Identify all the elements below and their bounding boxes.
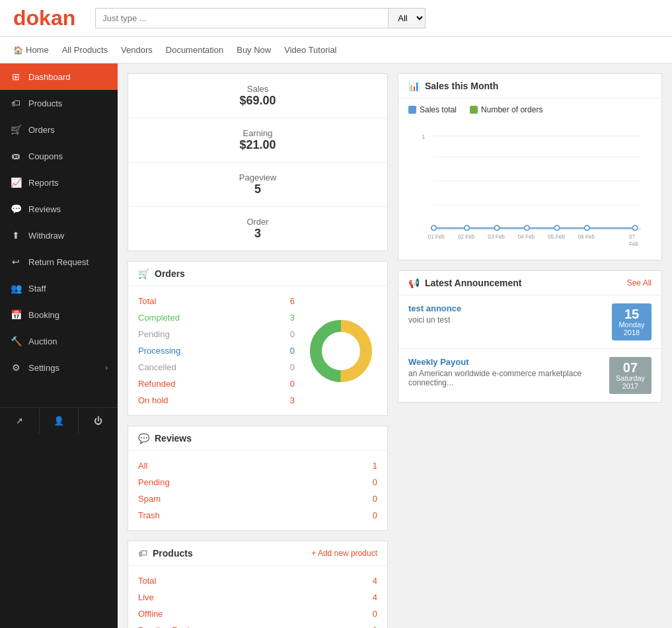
- search-filter-select[interactable]: All: [388, 8, 426, 28]
- nav-documentation[interactable]: Documentation: [166, 45, 223, 55]
- chart-svg: 1: [408, 121, 652, 253]
- product-row-live: Live 4: [138, 589, 377, 606]
- order-count-completed: 3: [290, 313, 295, 323]
- sidebar-item-return-request[interactable]: ↩ Return Request: [0, 249, 118, 275]
- review-row-pending: Pending 0: [138, 474, 377, 491]
- orders-panel-body: Total 6 Completed 3 Pending 0: [128, 286, 387, 415]
- sidebar-item-orders[interactable]: 🛒 Orders: [0, 116, 118, 143]
- review-row-all: All 1: [138, 457, 377, 474]
- topbar: dokan All: [0, 0, 672, 37]
- nav-video-tutorial[interactable]: Video Tutorial: [284, 45, 336, 55]
- content-right: 📊 Sales this Month Sales total Number of…: [398, 73, 662, 628]
- coupons-icon: 🎟: [10, 151, 22, 161]
- nav-buy-now[interactable]: Buy Now: [237, 45, 271, 55]
- sidebar-item-auction[interactable]: 🔨 Auction: [0, 328, 118, 354]
- sidebar-item-dashboard[interactable]: ⊞ Dashboard: [0, 63, 118, 90]
- order-label-processing: Processing: [138, 346, 180, 356]
- sidebar-item-reviews[interactable]: 💬 Reviews: [0, 196, 118, 222]
- products-panel-body: Total 4 Live 4 Offline 0 Pending Review …: [128, 566, 387, 628]
- add-product-link[interactable]: + Add new product: [311, 549, 377, 558]
- orders-panel-icon: 🛒: [138, 268, 149, 279]
- review-row-trash: Trash 0: [138, 507, 377, 524]
- announce-megaphone-icon: 📢: [408, 278, 420, 288]
- legend-label-sales: Sales total: [420, 105, 457, 114]
- product-count-live: 4: [373, 592, 377, 602]
- sidebar-external-link-btn[interactable]: ↗: [0, 408, 40, 434]
- sidebar-label-withdraw: Withdraw: [28, 231, 108, 241]
- product-label-live: Live: [138, 592, 154, 602]
- order-row-completed: Completed 3: [138, 309, 295, 326]
- sidebar-item-products[interactable]: 🏷 Products: [0, 90, 118, 116]
- review-label-spam: Spam: [138, 494, 161, 504]
- svg-point-12: [494, 225, 499, 230]
- order-row-refunded: Refunded 0: [138, 375, 295, 392]
- orders-icon: 🛒: [10, 124, 22, 135]
- announce-title-0[interactable]: test annonce: [408, 303, 605, 313]
- legend-dot-blue: [408, 106, 416, 114]
- donut-chart: [305, 315, 377, 387]
- svg-point-2: [323, 333, 359, 369]
- booking-icon: 📅: [10, 309, 22, 320]
- product-row-pending-review: Pending Review 0: [138, 622, 377, 628]
- order-row-cancelled: Cancelled 0: [138, 359, 295, 375]
- sidebar-item-booking[interactable]: 📅 Booking: [0, 301, 118, 328]
- nav-all-products[interactable]: All Products: [62, 45, 108, 55]
- nav-vendors[interactable]: Vendors: [121, 45, 153, 55]
- announcement-item-1: Weekly Payout an American worldwide e-co…: [398, 349, 661, 402]
- review-count-spam: 0: [373, 494, 377, 504]
- nav-home[interactable]: 🏠 Home: [13, 45, 49, 55]
- announce-text-0: test annonce voici un test: [408, 303, 605, 325]
- reviews-panel: 💬 Reviews All 1 Pending 0 Spam 0: [128, 426, 388, 531]
- product-label-pending-review: Pending Review: [138, 625, 200, 628]
- settings-icon: ⚙: [10, 362, 22, 373]
- order-label-total: Total: [138, 296, 156, 306]
- stats-card: Sales $69.00 Earning $21.00 Pageview 5 O…: [128, 73, 388, 251]
- see-all-link[interactable]: See All: [627, 278, 652, 288]
- dashboard-icon: ⊞: [10, 71, 22, 82]
- auction-icon: 🔨: [10, 336, 22, 346]
- pageview-value: 5: [141, 182, 374, 196]
- sidebar-power-btn[interactable]: ⏻: [79, 408, 118, 434]
- chart-panel-header: 📊 Sales this Month: [398, 74, 661, 98]
- product-count-total: 4: [373, 576, 377, 586]
- legend-num-orders: Number of orders: [470, 105, 542, 114]
- stat-row-earning: Earning $21.00: [128, 118, 387, 163]
- sidebar-item-staff[interactable]: 👥 Staff: [0, 275, 118, 301]
- product-label-offline: Offline: [138, 609, 163, 619]
- sidebar-item-reports[interactable]: 📈 Reports: [0, 169, 118, 196]
- sidebar-item-settings[interactable]: ⚙ Settings ›: [0, 354, 118, 381]
- announce-year-1: 2017: [616, 382, 645, 390]
- orders-panel: 🛒 Orders Total 6 Completed 3: [128, 261, 388, 416]
- svg-point-11: [465, 225, 469, 230]
- stat-row-sales: Sales $69.00: [128, 74, 387, 118]
- order-label-completed: Completed: [138, 313, 180, 323]
- logo: dokan: [13, 6, 75, 30]
- svg-text:07: 07: [629, 234, 636, 240]
- svg-point-10: [431, 225, 436, 230]
- sidebar-item-withdraw[interactable]: ⬆ Withdraw: [0, 222, 118, 249]
- announce-title-1[interactable]: Weekly Payout: [408, 357, 603, 367]
- order-value: 3: [141, 227, 374, 241]
- sales-label: Sales: [141, 84, 374, 94]
- sidebar-label-auction: Auction: [28, 336, 108, 346]
- sidebar-label-staff: Staff: [28, 284, 108, 294]
- chart-legend: Sales total Number of orders: [408, 105, 652, 114]
- sidebar-label-coupons: Coupons: [28, 151, 108, 161]
- sidebar-user-btn[interactable]: 👤: [40, 408, 79, 434]
- legend-dot-green: [470, 106, 478, 114]
- svg-text:06 Feb: 06 Feb: [578, 234, 595, 240]
- chart-body: Sales total Number of orders 1: [398, 98, 661, 260]
- svg-point-16: [632, 225, 637, 230]
- chart-title: Sales this Month: [425, 81, 498, 91]
- product-row-offline: Offline 0: [138, 606, 377, 622]
- search-input[interactable]: [95, 8, 388, 28]
- sales-chart-panel: 📊 Sales this Month Sales total Number of…: [398, 73, 662, 260]
- order-count-refunded: 0: [290, 379, 295, 389]
- review-count-all: 1: [373, 461, 377, 471]
- content-area: Sales $69.00 Earning $21.00 Pageview 5 O…: [118, 63, 672, 628]
- announce-dow-1: Saturday: [616, 374, 645, 382]
- sidebar-label-settings: Settings: [28, 363, 99, 373]
- sidebar-item-coupons[interactable]: 🎟 Coupons: [0, 143, 118, 169]
- reviews-icon: 💬: [10, 204, 22, 214]
- svg-point-13: [525, 225, 529, 230]
